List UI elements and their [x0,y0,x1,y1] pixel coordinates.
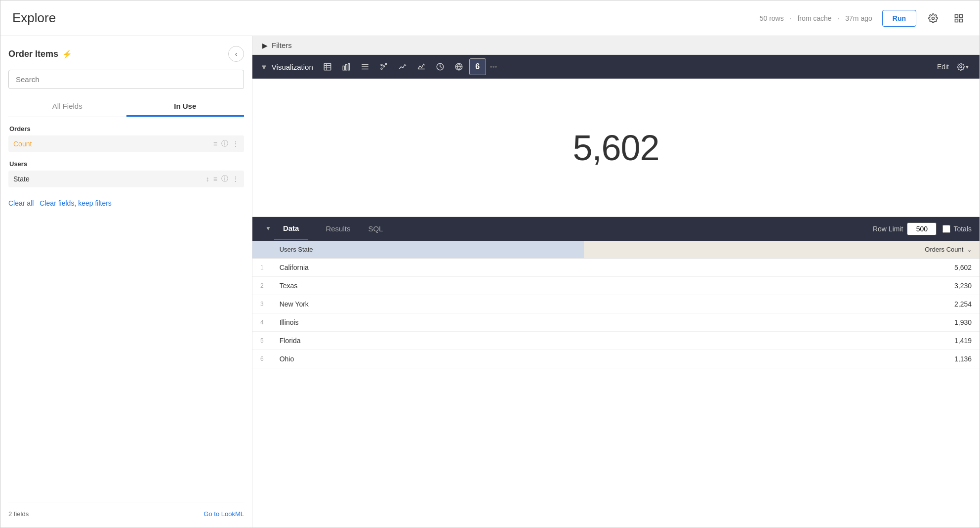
svg-rect-10 [345,65,347,70]
table-row: 4 Illinois 1,930 [252,313,980,332]
header-meta: 50 rows · from cache · 37m ago [758,14,874,22]
table-row: 2 Texas 3,230 [252,277,980,295]
sidebar-collapse-button[interactable]: ‹ [228,46,244,62]
state-field-icons: ↕ ≡ ⓘ ⋮ [206,175,239,183]
svg-rect-3 [955,19,958,22]
state-cell: Illinois [272,313,584,332]
row-limit-input[interactable] [907,222,937,235]
content-area: ▶ Filters ▼ Visualization [252,36,980,528]
svg-point-15 [381,68,382,69]
clear-links: Clear all Clear fields, keep filters [8,199,244,207]
map-viz-button[interactable] [450,58,467,75]
viz-display: 5,602 [252,79,980,217]
viz-chevron-icon: ▼ [260,63,268,71]
bar-chart-viz-button[interactable] [338,58,355,75]
svg-rect-11 [348,63,350,70]
number-viz-label: 6 [475,62,480,71]
tab-results[interactable]: Results [317,217,359,241]
sort-icon: ⌄ [967,247,972,253]
count-field-item[interactable]: Count ≡ ⓘ ⋮ [8,135,244,152]
pivot-icon[interactable]: ↕ [206,175,209,183]
totals-label: Totals [953,225,972,233]
scatter-viz-button[interactable] [375,58,392,75]
more-icon-state[interactable]: ⋮ [232,175,239,183]
sidebar: Order Items ⚡ ‹ All Fields In Use Ord [0,36,252,528]
row-number: 6 [252,350,272,368]
svg-rect-5 [324,63,331,70]
cache-label: from cache [797,14,831,22]
more-icon[interactable]: ⋮ [232,140,239,148]
tab-all-fields[interactable]: All Fields [8,97,126,117]
more-viz-dots: ••• [490,63,497,71]
svg-rect-9 [343,66,344,70]
state-cell: New York [272,295,584,313]
run-button[interactable]: Run [882,10,916,27]
viz-toolbar: ▼ Visualization [252,55,980,79]
clear-fields-button[interactable]: Clear fields, keep filters [40,199,112,207]
state-cell: Florida [272,332,584,350]
row-number: 2 [252,277,272,295]
svg-rect-1 [955,14,958,17]
tab-in-use[interactable]: In Use [126,97,245,117]
row-number: 4 [252,313,272,332]
clock-viz-button[interactable] [432,58,449,75]
filters-row[interactable]: ▶ Filters [252,36,980,55]
list-icon [361,62,369,71]
orders-group-label: Orders [8,125,244,132]
go-to-lookml-link[interactable]: Go to LookML [204,510,244,518]
row-limit-label: Row Limit [873,225,903,233]
line-icon [398,62,407,71]
sidebar-footer: 2 fields Go to LookML [8,502,244,518]
count-field-icons: ≡ ⓘ ⋮ [213,139,239,148]
totals-checkbox[interactable] [942,225,950,233]
list-viz-button[interactable] [357,58,373,75]
state-cell: California [272,259,584,277]
svg-point-0 [932,17,935,19]
data-toolbar: ▼ Data Results SQL Row Limit Totals [252,217,980,241]
viz-edit-label[interactable]: Edit [937,63,949,71]
tab-sql[interactable]: SQL [359,217,392,241]
svg-rect-4 [960,19,963,22]
settings-icon-button[interactable] [924,9,942,27]
separator-1: · [790,14,792,22]
table-viz-button[interactable] [319,58,336,75]
svg-point-16 [383,66,384,67]
state-field-item[interactable]: State ↕ ≡ ⓘ ⋮ [8,171,244,187]
gear-icon [928,13,938,23]
orders-group: Orders Count ≡ ⓘ ⋮ [8,125,244,154]
count-cell: 1,419 [584,332,980,350]
users-state-header[interactable]: Users State [272,241,584,259]
row-count: 50 rows [760,14,784,22]
info-icon-state[interactable]: ⓘ [221,175,228,183]
clear-all-button[interactable]: Clear all [8,199,34,207]
viz-settings-button[interactable]: ▼ [955,58,972,75]
state-field-name: State [13,175,30,183]
bar-chart-icon [342,62,351,71]
table-row: 6 Ohio 1,136 [252,350,980,368]
area-viz-button[interactable] [413,58,430,75]
lightning-icon: ⚡ [62,49,72,59]
count-cell: 1,930 [584,313,980,332]
orders-count-header[interactable]: Orders Count ⌄ [584,241,980,259]
big-number: 5,602 [572,128,659,168]
sidebar-title-text: Order Items [8,49,58,59]
field-count: 2 fields [8,510,29,518]
count-cell: 1,136 [584,350,980,368]
line-viz-button[interactable] [394,58,411,75]
row-number: 5 [252,332,272,350]
scatter-icon [379,62,388,71]
header-right: 50 rows · from cache · 37m ago Run [758,9,968,27]
state-cell: Ohio [272,350,584,368]
chevron-left-icon: ‹ [235,50,238,58]
grid-icon-button[interactable] [950,9,968,27]
tab-data[interactable]: Data [274,217,308,240]
area-icon [417,62,426,71]
row-num-header [252,241,272,259]
row-number: 1 [252,259,272,277]
field-tabs: All Fields In Use [8,97,244,117]
info-icon[interactable]: ⓘ [221,139,228,148]
separator-2: · [838,14,840,22]
number-viz-button[interactable]: 6 [469,58,486,75]
data-table-wrapper: Users State Orders Count ⌄ 1 California … [252,241,980,528]
search-input[interactable] [8,70,244,89]
